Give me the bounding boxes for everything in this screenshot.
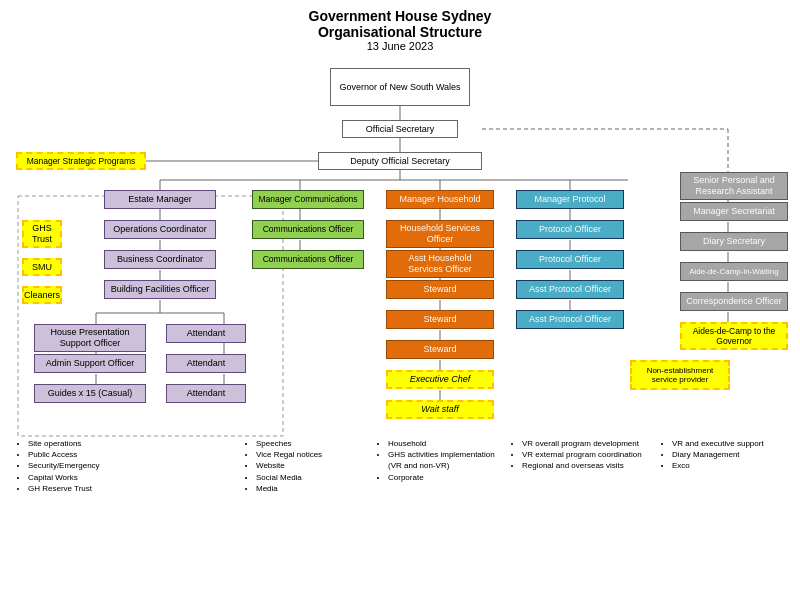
deputy-official-secretary-box: Deputy Official Secretary [318, 152, 482, 170]
steward3-box: Steward [386, 340, 494, 359]
comms-info: Speeches Vice Regal notices Website Soci… [244, 438, 364, 494]
correspondence-officer-box: Correspondence Officer [680, 292, 788, 311]
official-secretary-box: Official Secretary [342, 120, 458, 138]
attendant1-box: Attendant [166, 324, 246, 343]
communications-officer1-box: Communications Officer [252, 220, 364, 239]
smu-box: SMU [22, 258, 62, 276]
secretariat-info: VR and executive support Diary Managemen… [660, 438, 790, 472]
aides-de-camp-box: Aides-de-Camp to the Governor [680, 322, 788, 350]
protocol-info-list: VR overall program development VR extern… [510, 438, 650, 472]
manager-household-box: Manager Household [386, 190, 494, 209]
protocol-info: VR overall program development VR extern… [510, 438, 650, 472]
house-presentation-box: House Presentation Support Officer [34, 324, 146, 352]
secretariat-info-list: VR and executive support Diary Managemen… [660, 438, 790, 472]
business-coordinator-box: Business Coordinator [104, 250, 216, 269]
manager-secretariat-box: Manager Secretariat [680, 202, 788, 221]
household-info: Household GHS activities implementation … [376, 438, 506, 483]
attendant3-box: Attendant [166, 384, 246, 403]
legend-box: Non-establishment service provider [630, 360, 730, 390]
manager-communications-box: Manager Communications [252, 190, 364, 209]
title-line3: 13 June 2023 [8, 40, 792, 52]
asst-protocol2-box: Asst Protocol Officer [516, 310, 624, 329]
asst-household-box: Asst Household Services Officer [386, 250, 494, 278]
guides-box: Guides x 15 (Casual) [34, 384, 146, 403]
title-section: Government House Sydney Organisational S… [8, 8, 792, 52]
estate-info: Site operations Public Access Security/E… [16, 438, 166, 494]
asst-protocol1-box: Asst Protocol Officer [516, 280, 624, 299]
wait-staff-box: Wait staff [386, 400, 494, 419]
executive-chef-box: Executive Chef [386, 370, 494, 389]
household-services-box: Household Services Officer [386, 220, 494, 248]
cleaners-box: Cleaners [22, 286, 62, 304]
building-facilities-box: Building Facilities Officer [104, 280, 216, 299]
comms-info-list: Speeches Vice Regal notices Website Soci… [244, 438, 364, 494]
diary-secretary-box: Diary Secretary [680, 232, 788, 251]
household-info-list: Household GHS activities implementation … [376, 438, 506, 483]
title-line2: Organisational Structure [8, 24, 792, 40]
page: Government House Sydney Organisational S… [0, 0, 800, 601]
attendant2-box: Attendant [166, 354, 246, 373]
estate-manager-box: Estate Manager [104, 190, 216, 209]
title-line1: Government House Sydney [8, 8, 792, 24]
senior-personal-box: Senior Personal and Research Assistant [680, 172, 788, 200]
protocol-officer1-box: Protocol Officer [516, 220, 624, 239]
org-chart: Governor of New South Wales Official Sec… [8, 58, 792, 601]
manager-protocol-box: Manager Protocol [516, 190, 624, 209]
operations-coordinator-box: Operations Coordinator [104, 220, 216, 239]
admin-support-box: Admin Support Officer [34, 354, 146, 373]
communications-officer2-box: Communications Officer [252, 250, 364, 269]
steward2-box: Steward [386, 310, 494, 329]
steward1-box: Steward [386, 280, 494, 299]
protocol-officer2-box: Protocol Officer [516, 250, 624, 269]
estate-info-list: Site operations Public Access Security/E… [16, 438, 166, 494]
ghs-trust-box: GHS Trust [22, 220, 62, 248]
aide-de-camp-box: Aide-de-Camp-in-Waiting [680, 262, 788, 281]
governor-box: Governor of New South Wales [330, 68, 470, 106]
manager-strategic-programs-box: Manager Strategic Programs [16, 152, 146, 170]
